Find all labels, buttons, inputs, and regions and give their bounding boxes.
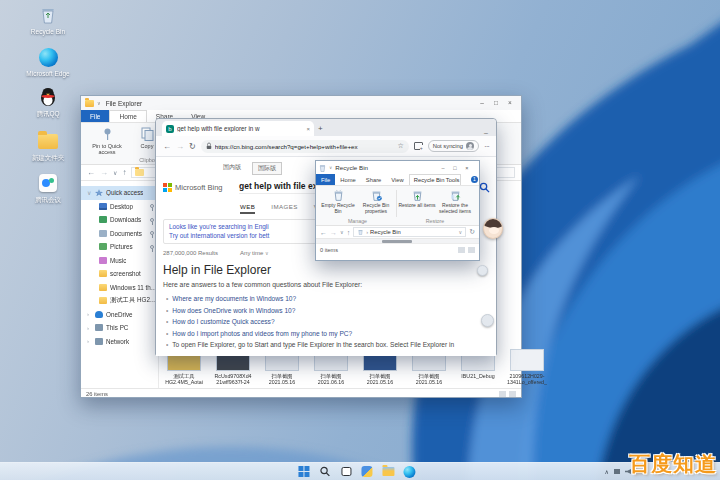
network-icon[interactable] xyxy=(614,469,620,474)
back-icon[interactable]: ← xyxy=(320,229,327,236)
result-text[interactable]: To open File Explorer, go to Start and t… xyxy=(166,339,488,351)
sidebar-item-quick-access[interactable]: ∨ Quick access xyxy=(81,186,158,200)
minimize-button[interactable]: – xyxy=(484,129,492,136)
new-tab-button[interactable]: + xyxy=(318,122,323,136)
chevron-right-icon[interactable]: › xyxy=(87,325,92,331)
sidebar-item-downloads[interactable]: Downloads xyxy=(81,213,158,227)
tab-close-icon[interactable]: × xyxy=(306,126,310,132)
refresh-icon[interactable]: ↻ xyxy=(469,228,475,236)
sidebar-item-screenshot[interactable]: screenshot xyxy=(81,267,158,281)
collections-icon[interactable] xyxy=(414,142,423,150)
chevron-down-icon[interactable]: ∨ xyxy=(97,100,101,106)
chevron-right-icon[interactable]: › xyxy=(87,338,92,344)
up-icon[interactable]: ↑ xyxy=(347,229,351,236)
sidebar-item-this-pc[interactable]: › This PC xyxy=(81,321,158,335)
sidebar-item-network[interactable]: › Network xyxy=(81,335,158,349)
large-icons-view-icon[interactable] xyxy=(468,247,475,253)
tab-web[interactable]: WEB xyxy=(240,203,255,214)
refresh-icon[interactable]: ↻ xyxy=(189,142,196,151)
details-view-icon[interactable] xyxy=(458,247,465,253)
taskbar-edge-button[interactable] xyxy=(402,465,415,478)
chevron-down-icon[interactable]: ∨ xyxy=(329,165,332,170)
chevron-down-icon[interactable]: ∨ xyxy=(87,189,92,196)
tab-file[interactable]: File xyxy=(81,110,109,122)
chevron-down-icon[interactable]: ∨ xyxy=(340,229,344,235)
details-view-icon[interactable] xyxy=(499,391,506,397)
floating-widget-icon[interactable] xyxy=(477,265,488,276)
widgets-button[interactable] xyxy=(360,465,373,478)
any-time-filter[interactable]: Any time ∨ xyxy=(240,250,269,256)
result-link[interactable]: How do I import photos and videos from m… xyxy=(166,328,488,340)
back-icon[interactable]: ← xyxy=(163,142,171,151)
desktop-icon-recycle-bin[interactable]: Recycle Bin xyxy=(21,4,75,36)
tray-chevron-up-icon[interactable]: ∧ xyxy=(605,468,609,475)
desktop-icon-label: 腾讯QQ xyxy=(21,110,75,118)
recycle-bin-icon xyxy=(40,6,56,24)
horizontal-scrollbar[interactable] xyxy=(316,239,479,244)
window-title: Recycle Bin xyxy=(335,164,431,171)
tab-recycle-bin-tools[interactable]: Recycle Bin Tools xyxy=(409,174,461,185)
chevron-down-icon[interactable]: ∨ xyxy=(113,169,117,176)
start-button[interactable] xyxy=(297,465,310,478)
taskbar-search-button[interactable] xyxy=(318,465,331,478)
tab-home[interactable]: Home xyxy=(335,174,360,185)
bing-logo[interactable]: Microsoft Bing xyxy=(163,183,239,192)
favorites-star-icon[interactable]: ☆ xyxy=(397,142,403,150)
back-icon[interactable]: ← xyxy=(87,168,95,177)
result-link[interactable]: How do I customize Quick access? xyxy=(166,316,488,328)
maximize-button[interactable]: □ xyxy=(449,163,461,172)
minimize-button[interactable]: – xyxy=(437,163,449,172)
floating-tools-icon[interactable] xyxy=(481,314,494,327)
recycle-ribbon: Empty Recycle Bin Recycle Bin properties… xyxy=(316,186,479,226)
recycle-titlebar[interactable]: ∨ Recycle Bin – □ × xyxy=(316,161,479,174)
sidebar-item-documents[interactable]: Documents xyxy=(81,227,158,241)
up-icon[interactable]: ↑ xyxy=(122,168,126,177)
file-tile[interactable]: 2109612H029- 1341Lo_offered_ xyxy=(504,349,550,385)
tab-images[interactable]: IMAGES xyxy=(271,203,297,214)
explorer-titlebar[interactable]: ∨ File Explorer – □ × xyxy=(81,96,521,110)
desktop-icon-tencent-meeting[interactable]: 腾讯会议 xyxy=(21,172,75,204)
result-link[interactable]: Where are my documents in Windows 10? xyxy=(166,293,488,305)
forward-icon[interactable]: → xyxy=(100,168,108,177)
desktop-icon-qq[interactable]: 腾讯QQ xyxy=(21,86,75,118)
desktop-icon-folder[interactable]: 新建文件夹 xyxy=(21,130,75,162)
sidebar-item-desktop[interactable]: Desktop xyxy=(81,200,158,214)
address-bar[interactable]: https://cn.bing.com/search?q=get+help+wi… xyxy=(201,140,409,153)
browser-tab[interactable]: b get help with file explorer in w × xyxy=(162,121,314,136)
forward-icon[interactable]: → xyxy=(330,229,337,236)
assistant-avatar-sticker[interactable] xyxy=(483,218,503,239)
forward-icon[interactable]: → xyxy=(176,142,184,151)
tab-share[interactable]: Share xyxy=(361,174,386,185)
copy-icon xyxy=(140,127,155,141)
result-link[interactable]: How does OneDrive work in Windows 10? xyxy=(166,305,488,317)
sidebar-item-windows11-theme[interactable]: Windows 11 theme xyxy=(81,281,158,295)
settings-more-icon[interactable]: ··· xyxy=(484,142,489,151)
task-view-button[interactable] xyxy=(339,465,352,478)
windows-desktop: Recycle Bin Microsoft Edge 腾讯QQ 新建文件夹 腾讯… xyxy=(0,0,720,480)
chevron-right-icon[interactable]: › xyxy=(87,311,92,317)
address-bar[interactable]: › Recycle Bin ∨ xyxy=(353,227,466,237)
close-button[interactable]: × xyxy=(461,163,473,172)
scrollbar-thumb[interactable] xyxy=(382,240,412,243)
sidebar-item-music[interactable]: Music xyxy=(81,254,158,268)
maximize-button[interactable]: □ xyxy=(489,98,503,108)
sidebar-item-pictures[interactable]: Pictures xyxy=(81,240,158,254)
tab-home[interactable]: Home xyxy=(109,110,146,122)
taskbar-file-explorer-button[interactable] xyxy=(381,465,394,478)
search-icon[interactable] xyxy=(479,182,490,193)
region-intl-button[interactable]: 国际版 xyxy=(252,162,282,175)
sidebar-item-test-tools[interactable]: 测试工具 HG2.4M xyxy=(81,294,158,308)
result-heading[interactable]: Help in File Explorer xyxy=(163,263,271,277)
tab-file[interactable]: File xyxy=(316,174,335,185)
close-button[interactable]: × xyxy=(503,98,517,108)
chevron-down-icon[interactable]: ∨ xyxy=(458,229,462,235)
window-title: File Explorer xyxy=(106,100,475,107)
sidebar-item-onedrive[interactable]: › OneDrive xyxy=(81,308,158,322)
desktop-icon-microsoft-edge[interactable]: Microsoft Edge xyxy=(21,46,75,78)
minimize-button[interactable]: – xyxy=(475,98,489,108)
large-icons-view-icon[interactable] xyxy=(509,391,516,397)
recycle-ribbon-tabs: File Home Share View Recycle Bin Tools 1 xyxy=(316,174,479,186)
profile-button[interactable]: Not syncing xyxy=(428,140,479,152)
tab-view[interactable]: View xyxy=(386,174,408,185)
region-cn-button[interactable]: 国内版 xyxy=(218,162,246,175)
